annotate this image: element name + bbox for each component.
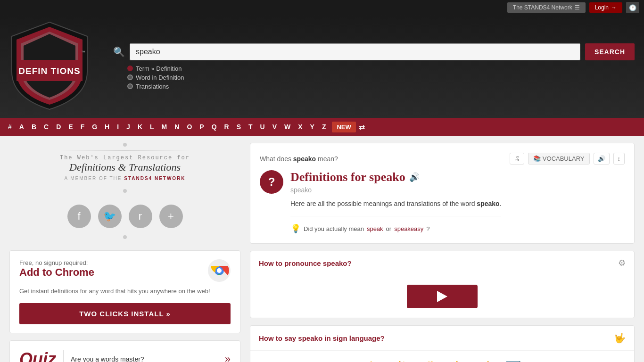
hand-sign-6: 🔄 <box>503 358 524 362</box>
suggestion-speakeasy-link[interactable]: speakeasy <box>394 225 423 232</box>
quiz-arrow-icon[interactable]: » <box>225 353 231 362</box>
hand-sign-4: 🖐 <box>446 358 467 362</box>
nav-X[interactable]: X <box>295 118 305 136</box>
nav-Y[interactable]: Y <box>307 118 318 136</box>
install-button[interactable]: TWO CLICKS INSTALL » <box>19 303 231 324</box>
sound-button-top[interactable]: 🔊 <box>594 153 610 165</box>
nav-Z[interactable]: Z <box>319 118 330 136</box>
def-word-subtitle: speako <box>290 186 501 194</box>
nav-O[interactable]: O <box>183 118 195 136</box>
quiz-divider <box>63 350 64 362</box>
nav-V[interactable]: V <box>269 118 280 136</box>
nav-S[interactable]: S <box>233 118 244 136</box>
login-icon: → <box>611 4 617 11</box>
nav-L[interactable]: L <box>147 118 157 136</box>
nav-P[interactable]: P <box>196 118 207 136</box>
sign-language-card: How to say speako in sign language? 🤟 🤙 … <box>250 325 635 362</box>
login-btn[interactable]: Login → <box>589 2 622 13</box>
chrome-header: Free, no signup required: Add to Chrome <box>19 259 231 282</box>
search-options: Term » Definition Word in Definition Tra… <box>127 65 635 90</box>
nav-C[interactable]: C <box>41 118 52 136</box>
option-translations[interactable]: Translations <box>127 83 635 90</box>
nav-U[interactable]: U <box>257 118 268 136</box>
radio-inactive <box>127 74 133 80</box>
search-area: 🔍 speako SEARCH Term » Definition Word i… <box>113 43 635 90</box>
def-actions: 🖨 📚 VOCABULARY 🔊 ↕ <box>510 153 625 165</box>
login-label: Login <box>595 4 609 11</box>
nav-K[interactable]: K <box>134 118 146 136</box>
quiz-label: Quiz <box>19 349 56 362</box>
sound-icon[interactable]: 🔊 <box>409 172 420 182</box>
network-btn[interactable]: The STANDS4 Network ☰ <box>507 2 586 13</box>
nav-H[interactable]: H <box>101 118 113 136</box>
main-layout: The Web's Largest Resource for Definitio… <box>0 136 644 362</box>
definition-card: What does speako mean? 🖨 📚 VOCABULARY 🔊 … <box>250 143 635 244</box>
suggestion-speak-link[interactable]: speak <box>367 225 383 232</box>
nav-M[interactable]: M <box>158 118 171 136</box>
sidebar: The Web's Largest Resource for Definitio… <box>9 143 250 362</box>
play-triangle-icon <box>437 291 447 302</box>
def-body-text: Here are all the possible meanings and t… <box>290 198 501 209</box>
pronunciation-title: How to pronounce speako? <box>259 259 352 267</box>
chrome-addon-box: Free, no signup required: Add to Chrome … <box>9 250 240 333</box>
divider-line-bottom <box>60 185 190 185</box>
book-icon: 📚 <box>533 155 541 162</box>
chrome-title: Add to Chrome <box>19 266 94 279</box>
member-text: A MEMBER OF THE STANDS4 NETWORK <box>60 176 190 181</box>
quiz-box: Quiz Are you a words master? » <box>9 340 240 362</box>
nav-Q[interactable]: Q <box>208 118 220 136</box>
def-content: Definitions for speako 🔊 speako Here are… <box>290 170 501 234</box>
def-question: What does speako mean? <box>260 155 338 163</box>
nav-D[interactable]: D <box>53 118 64 136</box>
def-card-header: What does speako mean? 🖨 📚 VOCABULARY 🔊 … <box>260 153 625 165</box>
nav-F[interactable]: F <box>77 118 88 136</box>
nav-J[interactable]: J <box>123 118 133 136</box>
lightbulb-icon: 💡 <box>290 223 301 234</box>
nav-T[interactable]: T <box>245 118 256 136</box>
print-button[interactable]: 🖨 <box>510 153 524 165</box>
divider-dot-mid <box>123 235 127 239</box>
play-button[interactable] <box>407 285 478 308</box>
nav-B[interactable]: B <box>28 118 40 136</box>
nav-N[interactable]: N <box>171 118 182 136</box>
chrome-description: Get instant definitions for any word tha… <box>19 287 231 296</box>
search-icon: 🔍 <box>113 46 125 58</box>
nav-G[interactable]: G <box>89 118 100 136</box>
search-input[interactable]: speako <box>130 43 580 60</box>
shuffle-icon[interactable]: ⇄ <box>359 123 365 132</box>
twitter-icon[interactable]: 🐦 <box>98 205 122 228</box>
hand-sign-5: 🤟 <box>474 358 495 362</box>
history-btn[interactable]: 🕐 <box>626 2 639 13</box>
option-term-definition[interactable]: Term » Definition <box>127 65 635 72</box>
plus-icon[interactable]: + <box>159 205 183 228</box>
def-body-word: speako <box>477 200 499 207</box>
nav-E[interactable]: E <box>65 118 76 136</box>
print-icon: 🖨 <box>514 155 520 162</box>
translate-button[interactable]: ↕ <box>613 153 625 165</box>
facebook-icon[interactable]: f <box>67 205 91 228</box>
suggestion-line: 💡 Did you actually mean speak or speakea… <box>290 216 501 234</box>
nav-new[interactable]: NEW <box>332 122 355 132</box>
search-button[interactable]: SEARCH <box>585 43 635 60</box>
menu-icon: ☰ <box>575 4 580 11</box>
nav-I[interactable]: I <box>114 118 122 136</box>
slogan-trans: Translations <box>129 161 181 173</box>
reddit-icon[interactable]: r <box>129 205 152 228</box>
nav-A[interactable]: A <box>16 118 27 136</box>
nav-hash[interactable]: # <box>5 118 15 136</box>
nav-R[interactable]: R <box>221 118 232 136</box>
sign-language-title: How to say speako in sign language? <box>259 334 385 342</box>
radio-inactive-2 <box>127 83 133 89</box>
translate-icon: ↕ <box>618 155 621 162</box>
svg-text:™: ™ <box>81 50 85 55</box>
option-word-in-definition[interactable]: Word in Definition <box>127 74 635 81</box>
search-bar: 🔍 speako SEARCH <box>113 43 635 60</box>
vocab-button[interactable]: 📚 VOCABULARY <box>528 153 590 165</box>
gear-icon[interactable]: ⚙ <box>618 258 626 268</box>
navbar: # A B C D E F G H I J K L M N O P Q R S … <box>0 118 644 136</box>
hand-sign-1: 🤙 <box>361 358 382 362</box>
def-card-body: ? Definitions for speako 🔊 speako Here a… <box>260 170 625 234</box>
chrome-logo-icon <box>208 259 231 282</box>
nav-W[interactable]: W <box>281 118 294 136</box>
slogan-defs: Definitions <box>69 161 116 173</box>
